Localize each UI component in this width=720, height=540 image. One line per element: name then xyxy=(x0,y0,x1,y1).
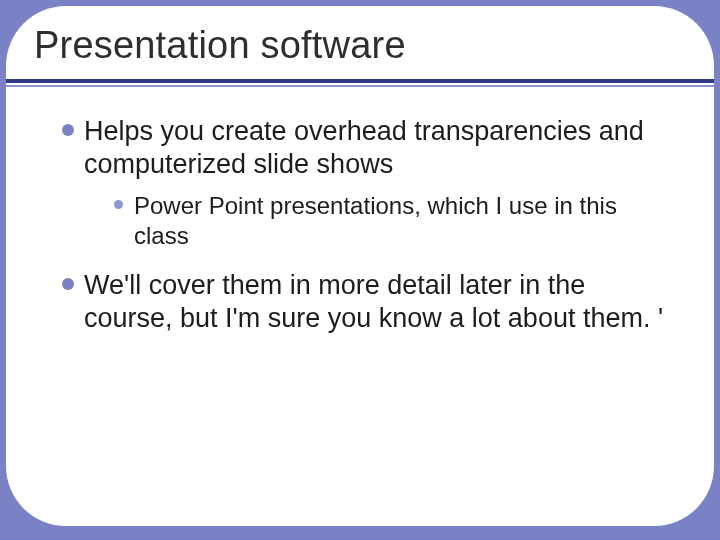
bullet-text: Power Point presentations, which I use i… xyxy=(134,192,617,249)
sub-bullet-group: Power Point presentations, which I use i… xyxy=(114,191,668,251)
bullet-text: We'll cover them in more detail later in… xyxy=(84,270,663,333)
bullet-icon xyxy=(114,200,123,209)
bullet-level1: Helps you create overhead transparencies… xyxy=(62,115,668,251)
divider-thick xyxy=(6,79,714,83)
slide-title: Presentation software xyxy=(34,24,694,67)
bullet-level1: We'll cover them in more detail later in… xyxy=(62,269,668,335)
bullet-icon xyxy=(62,278,74,290)
bullet-text: Helps you create overhead transparencies… xyxy=(84,116,644,179)
bullet-level2: Power Point presentations, which I use i… xyxy=(114,191,668,251)
bullet-icon xyxy=(62,124,74,136)
slide-card: Presentation software Helps you create o… xyxy=(6,6,714,526)
title-area: Presentation software xyxy=(6,6,714,73)
slide-body: Helps you create overhead transparencies… xyxy=(6,87,714,335)
